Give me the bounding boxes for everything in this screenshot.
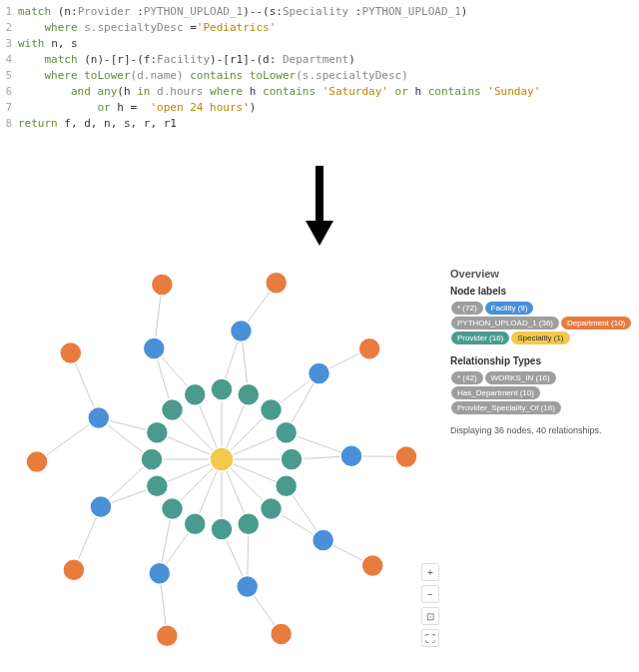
node-labels-title: Node labels: [450, 286, 633, 297]
provider-node[interactable]: [162, 399, 184, 421]
facility-node[interactable]: [88, 407, 110, 429]
label-pill[interactable]: PYTHON_UPLOAD_1 (36): [451, 317, 559, 330]
facility-node[interactable]: [313, 529, 334, 551]
department-node[interactable]: [271, 623, 293, 645]
label-pill[interactable]: * (72): [451, 302, 483, 315]
provider-node[interactable]: [146, 421, 168, 443]
code-content: or h = 'open 24 hours'): [18, 100, 256, 116]
svg-marker-1: [306, 221, 333, 246]
label-pill[interactable]: Facility (9): [485, 302, 534, 315]
facility-node[interactable]: [230, 320, 252, 341]
zoom-controls: + − ⊡ ⛶: [421, 563, 439, 647]
facility-node[interactable]: [143, 337, 165, 359]
line-number: 4: [0, 52, 18, 68]
rel-types-title: Relationship Types: [450, 355, 633, 366]
provider-node[interactable]: [141, 448, 163, 470]
department-node[interactable]: [26, 451, 48, 473]
code-content: where s.specialtyDesc ='Pediatrics': [18, 20, 276, 36]
display-stats: Displaying 36 nodes, 40 relationships.: [450, 425, 633, 435]
line-number: 5: [0, 68, 18, 84]
code-line: 2 where s.specialtyDesc ='Pediatrics': [0, 20, 639, 36]
line-number: 8: [0, 116, 18, 132]
code-content: with n, s: [18, 36, 78, 52]
code-content: match (n)-[r]-(f:Facility)-[r1]-(d: Depa…: [18, 52, 355, 68]
label-pill[interactable]: WORKS_IN (16): [485, 371, 556, 384]
line-number: 3: [0, 36, 18, 52]
code-content: return f, d, n, s, r, r1: [18, 116, 177, 132]
label-pill[interactable]: * (42): [451, 371, 483, 384]
zoom-out-icon: −: [427, 589, 433, 600]
rel-types-list: * (42)WORKS_IN (16)Has_Department (10)Pr…: [450, 370, 633, 415]
code-content: where toLower(d.name) contains toLower(s…: [18, 68, 408, 84]
facility-node[interactable]: [149, 562, 171, 584]
provider-node[interactable]: [211, 378, 233, 400]
facility-node[interactable]: [237, 575, 259, 597]
code-content: and any(h in d.hours where h contains 'S…: [18, 84, 540, 100]
zoom-in-button[interactable]: +: [421, 563, 439, 581]
code-line: 4 match (n)-[r]-(f:Facility)-[r1]-(d: De…: [0, 52, 639, 68]
provider-node[interactable]: [238, 513, 260, 535]
graph-canvas[interactable]: [0, 260, 444, 659]
provider-node[interactable]: [184, 513, 206, 535]
label-pill[interactable]: Department (10): [561, 317, 631, 330]
line-number: 1: [0, 4, 18, 20]
code-line: 1match (n:Provider :PYTHON_UPLOAD_1)--(s…: [0, 4, 639, 20]
department-node[interactable]: [63, 559, 85, 581]
label-pill[interactable]: Has_Department (10): [451, 386, 540, 399]
department-node[interactable]: [361, 555, 383, 577]
fullscreen-button[interactable]: ⛶: [421, 629, 439, 647]
department-node[interactable]: [395, 445, 417, 467]
speciality-node[interactable]: [210, 447, 234, 471]
provider-node[interactable]: [238, 383, 260, 405]
department-node[interactable]: [60, 341, 82, 363]
department-node[interactable]: [156, 625, 178, 647]
code-line: 8return f, d, n, s, r, r1: [0, 116, 639, 132]
provider-node[interactable]: [184, 383, 206, 405]
label-pill[interactable]: Provider (16): [451, 332, 509, 344]
fullscreen-icon: ⛶: [425, 633, 435, 644]
node-labels-list: * (72)Facility (9)PYTHON_UPLOAD_1 (36)De…: [450, 301, 633, 345]
svg-rect-0: [316, 166, 323, 221]
provider-node[interactable]: [281, 448, 303, 470]
zoom-in-icon: +: [427, 567, 433, 578]
graph-result-panel: Overview Node labels * (72)Facility (9)P…: [0, 260, 639, 659]
overview-sidebar: Overview Node labels * (72)Facility (9)P…: [444, 260, 639, 659]
provider-node[interactable]: [162, 497, 184, 519]
line-number: 2: [0, 20, 18, 36]
provider-node[interactable]: [276, 475, 298, 497]
line-number: 7: [0, 100, 18, 116]
zoom-fit-icon: ⊡: [426, 611, 434, 622]
facility-node[interactable]: [340, 445, 362, 467]
code-line: 6 and any(h in d.hours where h contains …: [0, 84, 639, 100]
facility-node[interactable]: [309, 362, 330, 384]
zoom-out-button[interactable]: −: [421, 585, 439, 603]
flow-arrow: [0, 136, 639, 260]
department-node[interactable]: [151, 274, 173, 296]
provider-node[interactable]: [260, 497, 282, 519]
department-node[interactable]: [266, 272, 288, 294]
provider-node[interactable]: [260, 399, 282, 421]
label-pill[interactable]: Provider_Speciality_Of (16): [451, 401, 561, 414]
label-pill[interactable]: Speciality (1): [511, 332, 569, 344]
code-line: 5 where toLower(d.name) contains toLower…: [0, 68, 639, 84]
overview-title: Overview: [450, 268, 633, 280]
line-number: 6: [0, 84, 18, 100]
provider-node[interactable]: [211, 518, 233, 540]
code-content: match (n:Provider :PYTHON_UPLOAD_1)--(s:…: [18, 4, 467, 20]
zoom-fit-button[interactable]: ⊡: [421, 607, 439, 625]
department-node[interactable]: [358, 337, 380, 359]
provider-node[interactable]: [146, 475, 168, 497]
provider-node[interactable]: [276, 421, 298, 443]
cypher-query-code: 1match (n:Provider :PYTHON_UPLOAD_1)--(s…: [0, 0, 639, 136]
code-line: 7 or h = 'open 24 hours'): [0, 100, 639, 116]
facility-node[interactable]: [90, 495, 112, 517]
code-line: 3with n, s: [0, 36, 639, 52]
